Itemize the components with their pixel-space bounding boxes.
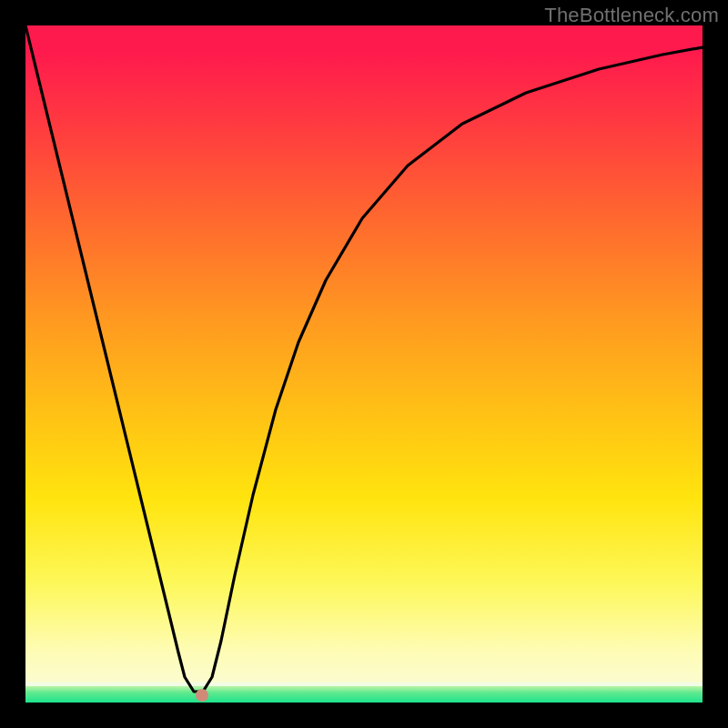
bottleneck-curve: [25, 25, 703, 703]
marker-dot: [196, 689, 208, 702]
chart-frame: [25, 25, 703, 703]
watermark-text: TheBottleneck.com: [544, 4, 719, 27]
